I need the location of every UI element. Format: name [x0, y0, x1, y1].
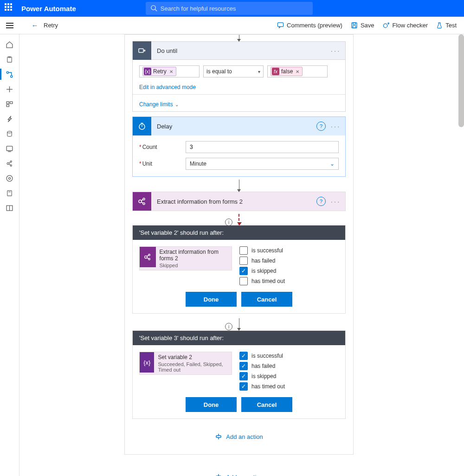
unit-select[interactable]: Minute ⌄: [186, 158, 339, 170]
chevron-down-icon: ▾: [258, 69, 260, 74]
check-timedout[interactable]: ✓has timed out: [239, 382, 339, 391]
save-button[interactable]: Save: [351, 22, 374, 29]
extract-card: Extract information from forms 2 ? · · ·: [132, 192, 346, 211]
extract-more[interactable]: · · ·: [329, 196, 341, 207]
count-input[interactable]: [186, 141, 339, 153]
runafter-title: 'Set variable 3' should run after:: [133, 331, 345, 345]
done-button[interactable]: Done: [186, 397, 237, 412]
runafter-card-1: 'Set variable 2' should run after: Extra…: [132, 225, 346, 314]
check-skipped[interactable]: ✓is skipped: [239, 267, 339, 275]
edit-advanced-link[interactable]: Edit in advanced mode: [139, 84, 196, 90]
nav-connectors[interactable]: [0, 111, 19, 126]
fx-icon: fx: [272, 68, 279, 75]
designer-canvas-scroll[interactable]: Do until · · · {x} Retry ✕ is equal to ▾…: [19, 34, 458, 476]
change-limits-link[interactable]: Change limits ⌄: [139, 101, 179, 108]
app-launcher-icon[interactable]: [5, 3, 15, 13]
do-until-header[interactable]: Do until · · ·: [132, 41, 346, 60]
condition-operator[interactable]: is equal to ▾: [203, 65, 264, 77]
flow-checker-button[interactable]: Flow checker: [383, 22, 428, 29]
unit-label: *Unit: [139, 161, 186, 167]
predecessor-card[interactable]: Extract information from forms 2 Skipped: [139, 246, 232, 270]
svg-point-10: [6, 71, 8, 73]
scrollbar-thumb[interactable]: [458, 34, 464, 127]
designer-canvas: Do until · · · {x} Retry ✕ is equal to ▾…: [19, 34, 458, 476]
info-icon[interactable]: i: [225, 323, 232, 330]
check-failed[interactable]: has failed: [239, 257, 339, 265]
svg-rect-3: [352, 23, 357, 28]
comments-button[interactable]: Comments (preview): [277, 22, 342, 29]
count-label: *Count: [139, 144, 186, 150]
svg-rect-2: [277, 23, 283, 26]
left-nav: [0, 34, 19, 476]
svg-point-33: [139, 200, 142, 203]
cancel-button[interactable]: Cancel: [241, 292, 292, 307]
fx-token[interactable]: fx false ✕: [271, 67, 303, 76]
do-until-more[interactable]: · · ·: [329, 45, 341, 56]
help-icon[interactable]: ?: [316, 122, 326, 131]
search-wrap: [146, 2, 313, 15]
check-timedout[interactable]: has timed out: [239, 277, 339, 285]
help-icon[interactable]: ?: [316, 197, 326, 206]
predecessor-card[interactable]: {x} Set variable 2 Succeeded, Failed, Sk…: [139, 352, 232, 375]
nav-data[interactable]: [0, 126, 19, 141]
nav-ai[interactable]: [0, 156, 19, 171]
checker-icon: [383, 22, 390, 29]
do-until-title: Do until: [157, 47, 329, 54]
brand-title: Power Automate: [21, 5, 76, 13]
hamburger-button[interactable]: [0, 17, 19, 34]
svg-point-38: [145, 256, 147, 258]
check-successful[interactable]: ✓is successful: [239, 352, 339, 360]
search-input[interactable]: [146, 2, 313, 15]
connector-arrow: [239, 180, 239, 192]
condition-left[interactable]: {x} Retry ✕: [139, 65, 200, 77]
done-button[interactable]: Done: [186, 292, 237, 307]
predecessor-sub: Skipped: [160, 263, 228, 268]
svg-point-20: [7, 162, 9, 164]
nav-create[interactable]: [0, 82, 19, 96]
delay-card: Delay ? · · · *Count *Unit Minute ⌄: [132, 116, 346, 177]
svg-rect-14: [6, 102, 9, 103]
runafter-card-2: 'Set variable 3' should run after: {x} S…: [132, 330, 346, 419]
add-action-inside[interactable]: Add an action: [125, 433, 353, 440]
remove-token-icon[interactable]: ✕: [169, 69, 173, 74]
svg-line-41: [147, 255, 149, 256]
delay-more[interactable]: · · ·: [329, 121, 341, 132]
svg-point-17: [7, 131, 12, 133]
extract-header[interactable]: Extract information from forms 2 ? · · ·: [133, 192, 345, 211]
nav-home[interactable]: [0, 37, 19, 52]
back-button[interactable]: ←: [28, 21, 42, 29]
nav-approvals[interactable]: [0, 52, 19, 67]
add-action-outside[interactable]: Add an action: [215, 473, 263, 476]
remove-token-icon[interactable]: ✕: [296, 69, 299, 74]
do-until-container: Do until · · · {x} Retry ✕ is equal to ▾…: [124, 34, 354, 455]
test-icon: [436, 22, 443, 29]
check-failed[interactable]: ✓has failed: [239, 362, 339, 370]
command-bar: ← Retry Comments (preview) Save Flow che…: [0, 17, 464, 34]
nav-process[interactable]: [0, 171, 19, 186]
info-icon[interactable]: i: [225, 219, 232, 226]
svg-point-6: [383, 24, 387, 27]
cancel-button[interactable]: Cancel: [241, 397, 292, 412]
nav-flows[interactable]: [0, 67, 19, 82]
add-action-icon: [215, 433, 222, 440]
nav-templates[interactable]: [0, 96, 19, 111]
chevron-down-icon: ⌄: [330, 161, 335, 167]
condition-right[interactable]: fx false ✕: [267, 65, 328, 77]
variable-token[interactable]: {x} Retry ✕: [142, 67, 176, 76]
nav-solutions[interactable]: [0, 186, 19, 200]
nav-monitor[interactable]: [0, 141, 19, 156]
extract-title: Extract information from forms 2: [157, 198, 316, 205]
check-skipped[interactable]: ✓is skipped: [239, 372, 339, 380]
svg-point-25: [6, 175, 13, 181]
global-banner: Power Automate: [0, 0, 464, 17]
svg-rect-43: [216, 436, 221, 437]
nav-learn[interactable]: [0, 200, 19, 215]
delay-header[interactable]: Delay ? · · ·: [133, 117, 345, 135]
test-button[interactable]: Test: [436, 22, 457, 29]
delay-icon: [133, 117, 151, 135]
variable-icon: {x}: [140, 352, 154, 373]
check-successful[interactable]: is successful: [239, 246, 339, 255]
svg-rect-27: [7, 190, 12, 195]
extract-icon: [133, 192, 151, 211]
svg-line-42: [147, 257, 149, 258]
